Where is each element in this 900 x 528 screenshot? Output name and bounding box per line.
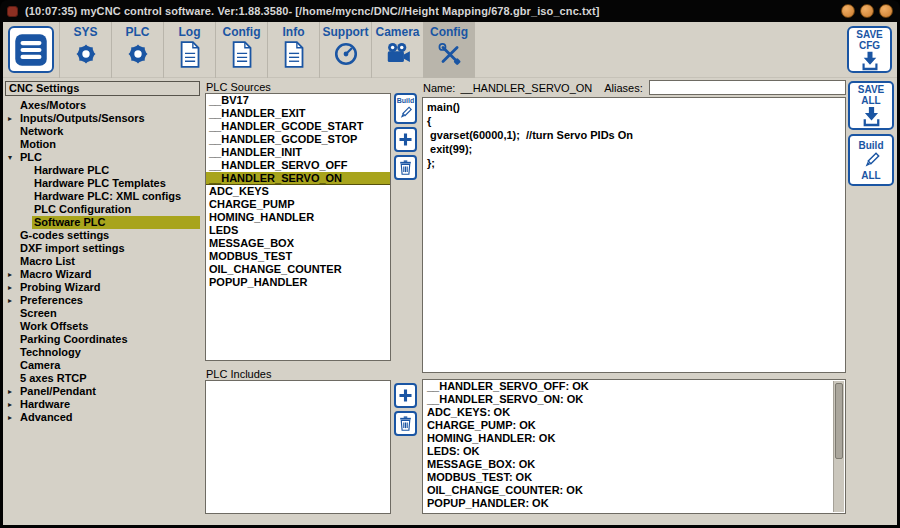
- output-line: POPUP_HANDLER: OK: [423, 497, 845, 510]
- chevron-right-icon[interactable]: ▸: [5, 112, 18, 125]
- toolbar-tabs: SYS PLC: [59, 22, 475, 78]
- source-item[interactable]: MODBUS_TEST: [206, 250, 390, 263]
- source-item[interactable]: __HANDLER_GCODE_STOP: [206, 133, 390, 146]
- source-item[interactable]: OIL_CHANGE_COUNTER: [206, 263, 390, 276]
- scrollbar-thumb[interactable]: [835, 383, 843, 459]
- source-item[interactable]: MESSAGE_BOX: [206, 237, 390, 250]
- tab-camera[interactable]: Camera: [371, 22, 423, 78]
- tree-item-motion[interactable]: Motion: [5, 138, 200, 151]
- tree-item-label: Axes/Motors: [18, 99, 88, 112]
- chevron-right-icon[interactable]: ▸: [5, 268, 18, 281]
- tree-item-screen[interactable]: Screen: [5, 307, 200, 320]
- name-row: Name: __HANDLER_SERVO_ON Aliases:: [423, 79, 846, 96]
- build-button-label: Build: [397, 97, 415, 105]
- chevron-right-icon[interactable]: ▸: [5, 411, 18, 424]
- source-item[interactable]: __HANDLER_SERVO_ON: [206, 172, 390, 185]
- menu-button[interactable]: [8, 26, 54, 73]
- source-item[interactable]: __HANDLER_SERVO_OFF: [206, 159, 390, 172]
- source-item[interactable]: __HANDLER_EXIT: [206, 107, 390, 120]
- minimize-button[interactable]: [841, 4, 855, 18]
- delete-source-button[interactable]: [394, 155, 417, 180]
- tree-item-inputs-outputs-sensors[interactable]: ▸Inputs/Outputs/Sensors: [5, 112, 200, 125]
- save-cfg-button[interactable]: SAVE CFG: [847, 26, 892, 73]
- chevron-right-icon[interactable]: ▸: [5, 294, 18, 307]
- tree-item-plc-configuration[interactable]: PLC Configuration: [5, 203, 200, 216]
- tab-support[interactable]: Support: [319, 22, 371, 78]
- tab-info[interactable]: Info: [267, 22, 319, 78]
- tree-item-label: Screen: [18, 307, 59, 320]
- tree-item-parking-coordinates[interactable]: Parking Coordinates: [5, 333, 200, 346]
- tree-item-advanced[interactable]: ▸Advanced: [5, 411, 200, 424]
- tree-item-preferences[interactable]: ▸Preferences: [5, 294, 200, 307]
- tree-item-camera[interactable]: Camera: [5, 359, 200, 372]
- tree-item-panel-pendant[interactable]: ▸Panel/Pendant: [5, 385, 200, 398]
- tree-item-plc[interactable]: ▾PLC: [5, 151, 200, 164]
- build-button[interactable]: Build: [394, 93, 417, 124]
- tab-plc[interactable]: PLC: [111, 22, 163, 78]
- tree-item-axes-motors[interactable]: Axes/Motors: [5, 99, 200, 112]
- output-line: OIL_CHANGE_COUNTER: OK: [423, 484, 845, 497]
- add-source-button[interactable]: [394, 127, 417, 152]
- chevron-right-icon[interactable]: ▸: [5, 398, 18, 411]
- plc-includes-list[interactable]: [205, 380, 391, 514]
- trash-icon: [397, 159, 414, 176]
- close-button[interactable]: [879, 4, 893, 18]
- tab-label: SYS: [73, 26, 97, 39]
- build-all-button[interactable]: Build ALL: [848, 134, 894, 186]
- tree-item-label: Macro List: [18, 255, 77, 268]
- tree-item-probing-wizard[interactable]: ▸Probing Wizard: [5, 281, 200, 294]
- chevron-down-icon[interactable]: ▾: [5, 151, 18, 164]
- tree-item-label: Panel/Pendant: [18, 385, 98, 398]
- tree-item-macro-wizard[interactable]: ▸Macro Wizard: [5, 268, 200, 281]
- tree-item-dxf-import-settings[interactable]: DXF import settings: [5, 242, 200, 255]
- tree-item-hardware-plc[interactable]: Hardware PLC: [5, 164, 200, 177]
- tree-item-software-plc[interactable]: Software PLC: [5, 216, 200, 229]
- tree-item-hardware[interactable]: ▸Hardware: [5, 398, 200, 411]
- tab-log[interactable]: Log: [163, 22, 215, 78]
- tab-config-file[interactable]: Config: [215, 22, 267, 78]
- source-item[interactable]: __HANDLER_INIT: [206, 146, 390, 159]
- source-item[interactable]: HOMING_HANDLER: [206, 211, 390, 224]
- source-item[interactable]: LEDS: [206, 224, 390, 237]
- tree-item-label: G-codes settings: [18, 229, 111, 242]
- source-item[interactable]: __BV17: [206, 94, 390, 107]
- tab-label: PLC: [126, 26, 150, 39]
- chevron-right-icon[interactable]: ▸: [5, 281, 18, 294]
- plc-sources-list[interactable]: __BV17__HANDLER_EXIT__HANDLER_GCODE_STAR…: [205, 93, 391, 361]
- tree-item-hardware-plc-xml-configs[interactable]: Hardware PLC: XML configs: [5, 190, 200, 203]
- tree-item-label: Hardware PLC: [32, 164, 111, 177]
- tree-item-label: Probing Wizard: [18, 281, 103, 294]
- delete-include-button[interactable]: [394, 411, 417, 436]
- tools-icon: [436, 41, 463, 67]
- save-cfg-label: SAVE: [856, 29, 883, 40]
- add-include-button[interactable]: [394, 383, 417, 408]
- maximize-button[interactable]: [860, 4, 874, 18]
- pencil-icon: [398, 105, 413, 121]
- save-all-button[interactable]: SAVE ALL: [848, 81, 894, 130]
- tree-item-g-codes-settings[interactable]: G-codes settings: [5, 229, 200, 242]
- aliases-input[interactable]: [649, 80, 846, 95]
- build-output-lines: __HANDLER_SERVO_OFF: OK__HANDLER_SERVO_O…: [423, 380, 845, 510]
- source-item[interactable]: __HANDLER_GCODE_START: [206, 120, 390, 133]
- gear-icon: [73, 41, 99, 67]
- tree-item-technology[interactable]: Technology: [5, 346, 200, 359]
- build-output: __HANDLER_SERVO_OFF: OK__HANDLER_SERVO_O…: [422, 379, 846, 514]
- tab-config-active[interactable]: Config: [423, 22, 475, 78]
- chevron-right-icon[interactable]: ▸: [5, 385, 18, 398]
- source-item[interactable]: CHARGE_PUMP: [206, 198, 390, 211]
- tree-item-hardware-plc-templates[interactable]: Hardware PLC Templates: [5, 177, 200, 190]
- source-item[interactable]: ADC_KEYS: [206, 185, 390, 198]
- tree-item-label: Advanced: [18, 411, 75, 424]
- tree-item-macro-list[interactable]: Macro List: [5, 255, 200, 268]
- tab-sys[interactable]: SYS: [59, 22, 111, 78]
- output-scrollbar[interactable]: [833, 381, 844, 512]
- document-icon: [178, 41, 201, 68]
- tree-item-label: PLC: [18, 151, 44, 164]
- pencil-icon: [862, 151, 881, 170]
- tree-item-5-axes-rtcp[interactable]: 5 axes RTCP: [5, 372, 200, 385]
- tree-item-network[interactable]: Network: [5, 125, 200, 138]
- code-editor[interactable]: main() { gvarset(60000,1); //turn Servo …: [422, 97, 846, 373]
- tree-item-work-offsets[interactable]: Work Offsets: [5, 320, 200, 333]
- build-all-label: Build: [859, 140, 884, 151]
- source-item[interactable]: POPUP_HANDLER: [206, 276, 390, 289]
